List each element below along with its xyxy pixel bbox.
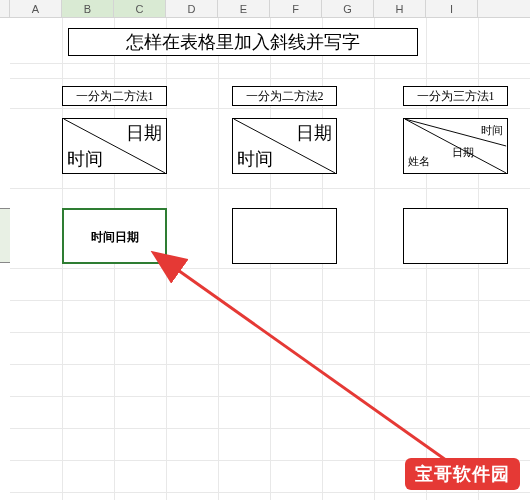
cell2-time: 时间 [237,147,273,171]
col-header-f[interactable]: F [270,0,322,17]
column-header-row: A B C D E F G H I [0,0,530,18]
selected-cell[interactable]: 时间日期 [62,208,167,264]
cell1-date: 日期 [126,121,162,145]
corner-cell[interactable] [0,0,10,17]
col-header-c[interactable]: C [114,0,166,17]
row-header-selected[interactable] [0,208,10,263]
method-label-1: 一分为二方法1 [62,86,167,106]
cell3-time: 时间 [481,123,503,138]
col-header-d[interactable]: D [166,0,218,17]
diagonal-cell-2: 日期 时间 [232,118,337,174]
editing-text: 时间日期 [91,230,139,244]
watermark-badge: 宝哥软件园 [405,458,520,490]
col-header-b[interactable]: B [62,0,114,17]
method-label-3: 一分为三方法1 [403,86,508,106]
cell3-name: 姓名 [408,154,430,169]
cell3-date: 日期 [452,145,474,160]
page-title: 怎样在表格里加入斜线并写字 [68,28,418,56]
col-header-a[interactable]: A [10,0,62,17]
empty-cell-3[interactable] [403,208,508,264]
col-header-i[interactable]: I [426,0,478,17]
col-header-h[interactable]: H [374,0,426,17]
cell2-date: 日期 [296,121,332,145]
fill-handle[interactable] [162,259,168,265]
col-header-e[interactable]: E [218,0,270,17]
col-header-g[interactable]: G [322,0,374,17]
cell1-time: 时间 [67,147,103,171]
method-label-2: 一分为二方法2 [232,86,337,106]
empty-cell-2[interactable] [232,208,337,264]
triple-diagonal-cell: 时间 日期 姓名 [403,118,508,174]
diagonal-cell-1: 日期 时间 [62,118,167,174]
